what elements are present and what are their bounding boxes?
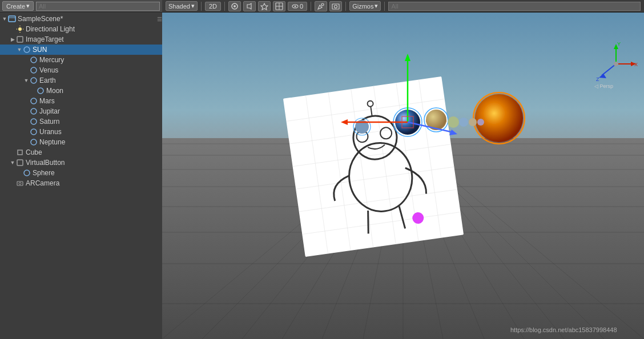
hierarchy-search-input[interactable] [36,2,160,11]
svg-point-13 [31,98,37,104]
camera-icon-btn[interactable] [329,1,342,11]
tree-scene-root[interactable]: ▼ SampleScene* ☰ [0,14,162,24]
persp-icon-btn[interactable] [228,1,241,11]
tree-item-label: ARCamera [26,179,59,187]
viewport-search-input[interactable] [388,2,641,11]
tree-type-icon [16,148,24,156]
tree-type-icon [16,35,24,43]
svg-marker-25 [247,3,251,9]
svg-point-17 [31,139,37,145]
svg-rect-18 [18,150,22,155]
tree-type-icon [30,76,38,84]
svg-point-88 [477,119,484,126]
svg-point-9 [31,57,37,63]
audio-icon-btn[interactable] [243,1,256,11]
tree-item-label: Earth [39,76,56,84]
svg-text:Y: Y [617,41,621,47]
tree-type-icon [30,56,38,64]
tool-icon-btn[interactable] [315,1,327,11]
tree-item-label: Mercury [39,56,64,64]
separator-1 [201,2,202,11]
separator-5 [384,2,385,11]
tree-item-earth[interactable]: ▼ Earth [0,75,162,86]
tree-type-icon [30,97,38,105]
svg-point-85 [448,116,459,128]
tree-item-label: VirtualButton [26,159,65,167]
tree-type-icon [16,25,24,33]
svg-point-20 [24,170,30,176]
tree-arrow: ▼ [9,160,16,166]
tree-items-container: Directional Light ▶ ImageTarget ▼ SUN Me… [0,24,162,188]
svg-point-31 [295,5,296,7]
svg-point-11 [31,78,37,83]
tree-item-mars[interactable]: Mars [0,96,162,106]
main-area: Shaded ▾ 2D 0 [162,0,644,339]
hierarchy-panel: Create ▾ ▼ SampleScene* ☰ Directional Li… [0,0,162,339]
tree-item-venus[interactable]: Venus [0,65,162,75]
tree-type-icon [30,107,38,115]
tree-item-label: Cube [26,148,42,156]
tree-item-moon[interactable]: Moon [0,86,162,96]
scene-view-icon-btn[interactable] [273,1,285,11]
tree-item-label: Moon [46,87,63,95]
svg-point-32 [321,3,324,6]
scene-arrow: ▼ [1,16,8,22]
tree-item-virtual-button[interactable]: ▼ VirtualButton [0,158,162,168]
tree-item-uranus[interactable]: Uranus [0,127,162,137]
tree-item-label: Directional Light [26,25,75,33]
tree-item-sun[interactable]: ▼ SUN [0,45,162,55]
scene-label: SampleScene* [18,15,63,23]
tree-item-neptune[interactable]: Neptune [0,137,162,147]
svg-point-2 [18,27,22,31]
tree-arrow: ▼ [23,78,30,83]
tree-type-icon [30,138,38,146]
tree-item-label: Neptune [39,138,65,146]
tree-item-sphere[interactable]: Sphere [0,168,162,178]
viewport[interactable]: Y X Z ◁ Persp https://blog.csdn.net/abc1… [162,13,644,339]
svg-point-24 [234,5,236,7]
svg-text:Z: Z [596,76,599,82]
shading-dropdown[interactable]: Shaded ▾ [166,1,198,11]
svg-point-16 [31,129,37,135]
svg-point-8 [24,47,30,53]
svg-rect-19 [17,160,23,166]
svg-point-10 [31,67,37,73]
scene-view-svg: Y X Z ◁ Persp https://blog.csdn.net/abc1… [162,13,644,339]
tree-item-label: Venus [39,66,58,74]
2d-button[interactable]: 2D [205,2,221,11]
tree-item-saturn[interactable]: Saturn [0,116,162,127]
svg-marker-26 [261,3,268,10]
svg-point-86 [459,118,468,127]
2d-label: 2D [209,3,217,10]
tree-item-cube[interactable]: Cube [0,147,162,158]
create-dropdown-arrow: ▾ [26,2,30,10]
tree-item-label: Jupitar [39,107,60,115]
tree-item-mercury[interactable]: Mercury [0,55,162,65]
tree-type-icon [16,159,24,167]
svg-point-34 [335,5,337,8]
svg-text:◁ Persp: ◁ Persp [594,83,613,89]
svg-point-15 [31,119,37,124]
eye-count-label: 0 [300,3,303,10]
hierarchy-tree: ▼ SampleScene* ☰ Directional Light ▶ Ima… [0,13,162,339]
tree-type-icon [30,66,38,74]
shading-label: Shaded [168,3,190,10]
gizmos-dropdown[interactable]: Gizmos ▾ [349,1,381,11]
tree-item-label: Mars [39,97,55,105]
viewport-toolbar: Shaded ▾ 2D 0 [162,0,644,13]
eye-count-btn[interactable]: 0 [288,2,307,11]
scene-icon [8,15,16,23]
tree-item-image-target[interactable]: ▶ ImageTarget [0,34,162,45]
tree-item-ar-camera[interactable]: ARCamera [0,178,162,188]
tree-arrow: ▼ [16,47,23,53]
tree-arrow: ▶ [9,37,16,42]
tree-item-jupitar[interactable]: Jupitar [0,106,162,116]
hierarchy-toolbar: Create ▾ [0,0,162,13]
tree-type-icon [37,87,45,95]
svg-point-12 [38,88,43,94]
separator-3 [311,2,311,11]
effects-icon-btn[interactable] [258,1,271,11]
tree-item-directional-light[interactable]: Directional Light [0,24,162,34]
separator-2 [224,2,225,11]
create-button[interactable]: Create ▾ [2,1,34,11]
